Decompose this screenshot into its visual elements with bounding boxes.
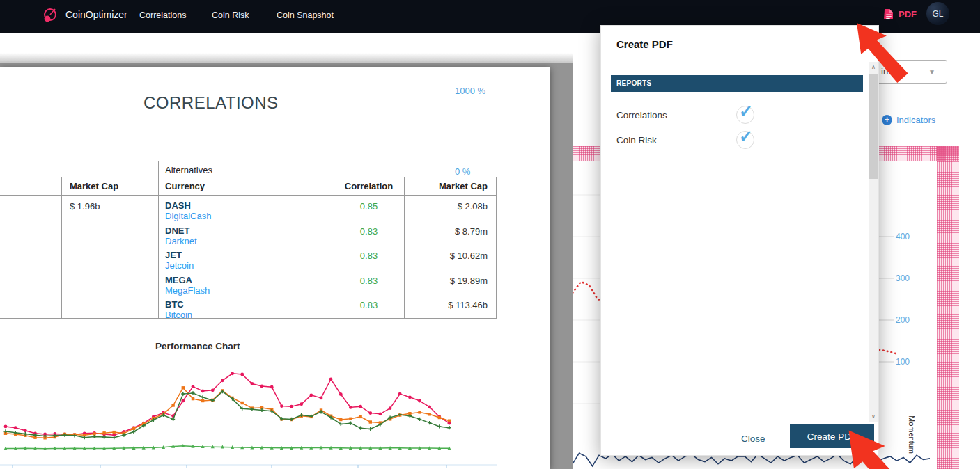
y-axis-bottom-label: 0 % — [455, 166, 470, 177]
indicators-button[interactable]: + Indicators — [882, 115, 935, 125]
y-axis-tick: 100 — [896, 357, 910, 367]
plus-circle-icon: + — [882, 115, 892, 125]
performance-chart-heading: Performance Chart — [155, 341, 240, 351]
red-arrow-annotation-create-pdf — [847, 429, 925, 469]
red-arrow-annotation-pdf — [855, 19, 919, 88]
document-title: CORRELATIONS — [143, 93, 279, 113]
modal-close-link[interactable]: Close — [741, 434, 765, 444]
col-header-currency: Currency — [165, 181, 205, 191]
checkbox-coin-risk[interactable]: ✓ — [736, 131, 754, 149]
indicators-label: Indicators — [896, 115, 935, 125]
pdf-button[interactable]: PDF — [883, 8, 917, 20]
chevron-down-icon: ▼ — [928, 68, 935, 76]
y-axis-tick: 400 — [896, 232, 910, 241]
col-header-market-cap: Market Cap — [70, 181, 118, 191]
reports-section-bar: REPORTS — [611, 75, 863, 92]
col-header-market-cap-2: Market Cap — [390, 181, 488, 191]
performance-chart — [0, 356, 497, 469]
checkbox-correlations[interactable]: ✓ — [736, 106, 754, 124]
screen: { "navbar": { "brand": "CoinOptimizer", … — [0, 0, 980, 469]
y-axis-tick: 200 — [896, 315, 910, 325]
avatar-initials: GL — [932, 9, 943, 19]
y-axis-top-label: 1000 % — [455, 86, 485, 96]
correlations-table: Alternatives Market Cap Currency Correla… — [0, 161, 497, 318]
y-axis-tick: 300 — [896, 273, 910, 283]
scroll-down-icon[interactable]: ∨ — [869, 411, 878, 422]
table-group-header: Alternatives — [165, 165, 212, 175]
pdf-preview-page: CORRELATIONS Alternatives Market Cap Cur… — [0, 67, 550, 469]
check-icon: ✓ — [739, 127, 753, 146]
brand-label: CoinOptimizer — [65, 9, 127, 20]
brand[interactable]: CoinOptimizer — [42, 6, 127, 24]
pdf-document-icon — [883, 8, 894, 20]
nav-coin-risk[interactable]: Coin Risk — [212, 10, 249, 20]
nav-correlations[interactable]: Correlations — [139, 10, 186, 20]
pdf-button-label: PDF — [899, 9, 917, 19]
modal-title: Create PDF — [616, 38, 673, 50]
option-label-correlations: Correlations — [616, 110, 667, 120]
nav-coin-snapshot[interactable]: Coin Snapshot — [277, 10, 334, 20]
coinoptimizer-logo-icon — [42, 6, 59, 24]
preview-top-shadow — [0, 53, 573, 63]
scrollbar-thumb[interactable] — [869, 74, 878, 179]
reports-section-label: REPORTS — [616, 79, 651, 87]
chart-hatch-band-right — [937, 146, 959, 469]
modal-scrollbar[interactable]: ∧ ∨ — [869, 62, 878, 422]
create-pdf-modal: Create PDF ✕ REPORTS Correlations ✓ Coin… — [600, 25, 879, 456]
check-icon: ✓ — [739, 102, 753, 121]
user-avatar[interactable]: GL — [926, 2, 949, 25]
option-label-coin-risk: Coin Risk — [616, 135, 657, 145]
base-market-cap: $ 1.96b — [70, 201, 100, 212]
